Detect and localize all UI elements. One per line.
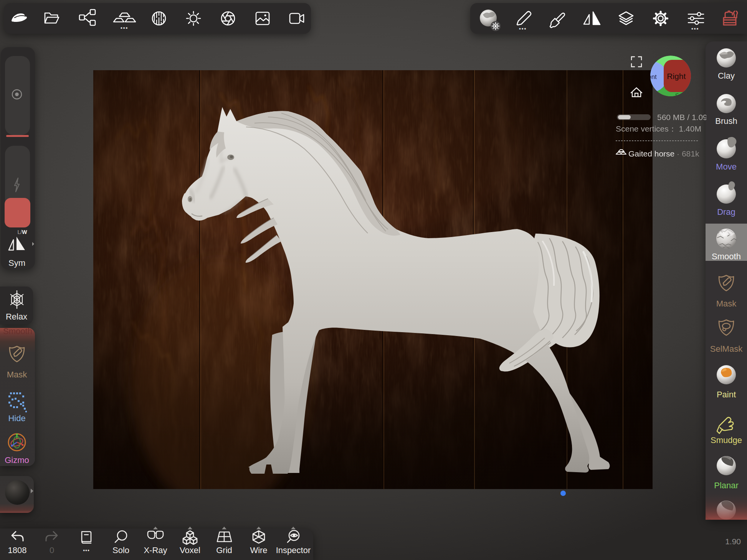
svg-text:Right: Right (667, 72, 686, 81)
svg-text:•••: ••• (519, 25, 527, 32)
svg-text:Drag: Drag (717, 207, 735, 217)
svg-text:SelMask: SelMask (710, 344, 743, 354)
svg-text:•••: ••• (121, 25, 128, 31)
svg-text:Grid: Grid (216, 545, 232, 555)
svg-text:Brush: Brush (715, 116, 737, 126)
svg-text:Wire: Wire (250, 545, 267, 555)
svg-text:ont: ont (648, 73, 657, 81)
svg-text:Gizmo: Gizmo (5, 455, 29, 465)
svg-text:Sym: Sym (8, 258, 25, 268)
svg-text:L/W: L/W (18, 229, 28, 235)
svg-text:Clay: Clay (718, 71, 735, 81)
svg-text:1808: 1808 (8, 545, 27, 555)
svg-text:Voxel: Voxel (180, 545, 200, 555)
svg-text:Smooth: Smooth (712, 252, 741, 261)
svg-text:Smudge: Smudge (711, 435, 742, 445)
svg-text:Relax: Relax (6, 312, 27, 321)
svg-text:Hide: Hide (8, 413, 25, 423)
svg-text:Mask: Mask (716, 299, 737, 308)
svg-text:0: 0 (50, 545, 54, 555)
svg-text:•••: ••• (691, 25, 699, 32)
svg-text:Paint: Paint (717, 390, 736, 399)
svg-text:Inspector: Inspector (276, 545, 311, 555)
svg-text:560 MB / 1.09 G: 560 MB / 1.09 G (657, 113, 706, 122)
svg-text:Solo: Solo (112, 545, 129, 555)
svg-text:Planar: Planar (714, 481, 739, 490)
svg-text:Scene vertices： 1.40M: Scene vertices： 1.40M (616, 124, 701, 133)
svg-text:X-Ray: X-Ray (144, 545, 167, 555)
svg-text:Move: Move (716, 162, 737, 171)
svg-text:Gaited horse · 681k: Gaited horse · 681k (628, 149, 699, 158)
svg-text:•••: ••• (83, 547, 90, 553)
svg-text:Mask: Mask (7, 370, 28, 379)
